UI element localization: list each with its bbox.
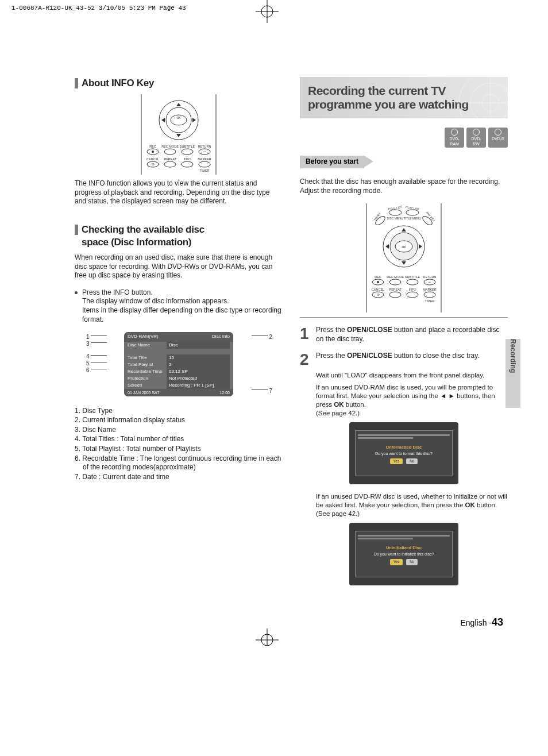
svg-point-34 bbox=[470, 83, 508, 118]
svg-text:OK: OK bbox=[176, 116, 181, 119]
svg-point-42 bbox=[389, 210, 402, 215]
dvd-ram-badge: DVD-RAM bbox=[445, 128, 464, 148]
side-tab-recording: Recording bbox=[505, 339, 520, 408]
disc-info-screen: DVD-RAM(VR) Disc Info Disc NameDisc Tota… bbox=[124, 332, 233, 396]
svg-text:INFO: INFO bbox=[408, 288, 416, 291]
svg-text:MARKER: MARKER bbox=[423, 288, 437, 291]
disc-info-diagram: 1 3 4 5 6 2 7 DVD-RAM(VR) Disc Info Disc… bbox=[75, 332, 283, 396]
step-1: 1 Press the OPEN/CLOSE button and place … bbox=[300, 326, 508, 344]
heading-marker-icon bbox=[75, 78, 78, 88]
recording-headline: Recording the current TV programme you a… bbox=[300, 77, 508, 118]
uninitialized-disc-screen: Uninitialized Disc Do you want to initia… bbox=[349, 523, 458, 585]
step2-detail2: If an unused DVD-RAM disc is used, you w… bbox=[316, 383, 508, 418]
svg-text:SUBTITLE: SUBTITLE bbox=[405, 275, 420, 279]
svg-text:REPEAT: REPEAT bbox=[389, 288, 402, 291]
yes-button: Yes bbox=[390, 559, 403, 565]
no-button: No bbox=[406, 458, 418, 464]
svg-point-73 bbox=[407, 292, 418, 298]
svg-text:⊘: ⊘ bbox=[152, 163, 155, 166]
remote-full-figure: TITLE LIST PLAY LIST MENU DISC MENU TITL… bbox=[355, 203, 453, 313]
svg-text:OK: OK bbox=[402, 245, 406, 249]
svg-point-75 bbox=[424, 292, 435, 298]
dvd-r-badge: DVD-R bbox=[488, 128, 508, 148]
step2-detail3: If an unused DVD-RW disc is used, whethe… bbox=[316, 492, 508, 518]
svg-text:INFO: INFO bbox=[183, 157, 191, 161]
svg-point-43 bbox=[406, 210, 419, 215]
svg-text:TIMER: TIMER bbox=[199, 169, 209, 172]
divider bbox=[300, 317, 508, 318]
crop-mark-bottom bbox=[256, 628, 279, 646]
svg-text:DISC MENU TITLE MENU: DISC MENU TITLE MENU bbox=[387, 217, 420, 220]
svg-text:TIMER: TIMER bbox=[424, 299, 434, 303]
no-button: No bbox=[406, 559, 418, 565]
svg-text:REPEAT: REPEAT bbox=[164, 157, 176, 161]
about-info-key-heading: About INFO Key bbox=[75, 77, 283, 90]
svg-text:MARKER: MARKER bbox=[198, 157, 211, 161]
svg-point-29 bbox=[182, 161, 193, 167]
svg-point-17 bbox=[164, 149, 176, 155]
before-you-start-label: Before you start bbox=[300, 156, 364, 168]
press-info-bullet: Press the INFO button. The display windo… bbox=[75, 288, 283, 324]
svg-text:REC MODE: REC MODE bbox=[387, 275, 404, 279]
checking-disc-space-heading: Checking the available disc space (Disc … bbox=[75, 223, 283, 249]
svg-text:SUBTITLE: SUBTITLE bbox=[180, 145, 195, 148]
svg-text:↩: ↩ bbox=[203, 150, 206, 153]
svg-text:↩: ↩ bbox=[429, 280, 431, 284]
svg-point-31 bbox=[199, 161, 210, 167]
svg-text:RETURN: RETURN bbox=[423, 275, 437, 279]
svg-text:REC: REC bbox=[375, 275, 381, 279]
svg-text:⊘: ⊘ bbox=[377, 293, 380, 296]
svg-text:REC MODE: REC MODE bbox=[161, 145, 179, 148]
svg-point-19 bbox=[182, 149, 193, 155]
yes-button: Yes bbox=[390, 458, 403, 464]
checking-disc-body: When recording on an used disc, make sur… bbox=[75, 253, 283, 280]
step-2: 2 Press the OPEN/CLOSE button to close t… bbox=[300, 352, 508, 368]
crop-mark-top bbox=[256, 0, 279, 23]
callout-legend-list: 1. Disc Type 2. Current information disp… bbox=[75, 407, 283, 482]
info-key-description: The INFO function allows you to view the… bbox=[75, 179, 283, 206]
svg-text:CANCEL: CANCEL bbox=[372, 288, 384, 291]
svg-point-27 bbox=[164, 161, 176, 167]
svg-point-61 bbox=[389, 279, 401, 285]
svg-point-71 bbox=[389, 292, 401, 298]
headline-disc-graphic-icon bbox=[427, 77, 508, 118]
svg-text:REC: REC bbox=[149, 145, 156, 148]
step2-detail1: Wait until "LOAD" disappears from the fr… bbox=[316, 371, 508, 380]
before-start-body: Check that the disc has enough available… bbox=[300, 178, 508, 195]
remote-nav-figure: OK REC REC MODE SUBTITLE RETURN↩ CANCEL⊘… bbox=[130, 94, 227, 175]
svg-text:RETURN: RETURN bbox=[198, 145, 211, 148]
svg-text:CANCEL: CANCEL bbox=[146, 157, 159, 161]
unformatted-disc-screen: Unformatted Disc Do you want to format t… bbox=[349, 422, 458, 484]
svg-point-63 bbox=[407, 279, 418, 285]
svg-point-59 bbox=[377, 281, 379, 283]
dvd-rw-badge: DVD-RW bbox=[466, 128, 486, 148]
svg-point-15 bbox=[152, 151, 154, 153]
heading-marker-icon bbox=[75, 225, 78, 235]
disc-type-badges: DVD-RAM DVD-RW DVD-R bbox=[300, 128, 508, 148]
